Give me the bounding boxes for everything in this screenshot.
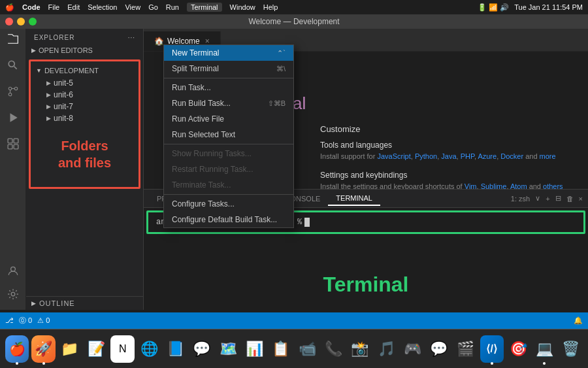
menu-run[interactable]: Run — [166, 3, 179, 11]
configure-default-label: Configure Default Build Task... — [172, 215, 277, 224]
panel-right-controls: 1: zsh ∨ + ⊟ 🗑 × — [511, 194, 583, 203]
svg-rect-9 — [14, 139, 18, 143]
dock-trash[interactable]: 🗑️ — [559, 335, 583, 363]
customize-keybindings-title: Settings and keybindings — [320, 171, 568, 180]
activity-source-control[interactable] — [5, 84, 21, 99]
split-terminal-label: Split Terminal — [172, 64, 219, 73]
dock-finder[interactable]: 🍎 — [5, 335, 29, 363]
mac-system-bar: 🍎 Code File Edit Selection View Go Run T… — [0, 0, 588, 14]
unit6-label: unit-6 — [54, 90, 73, 99]
menu-item-configure-tasks[interactable]: Configure Tasks... — [164, 196, 293, 212]
dock-maps[interactable]: 🗺️ — [216, 335, 240, 363]
title-bar: Welcome — Development — [0, 14, 588, 29]
dock-terminal[interactable]: 💻 — [532, 335, 556, 363]
split-terminal-shortcut: ⌘\ — [276, 65, 286, 73]
open-editors-section[interactable]: ▶ OPEN EDITORS — [26, 44, 143, 57]
split-terminal-icon[interactable]: ⊟ — [555, 194, 561, 203]
sidebar-item-unit5[interactable]: ▶ unit-5 — [31, 77, 139, 89]
menu-help[interactable]: Help — [263, 3, 278, 11]
activity-run[interactable] — [5, 110, 21, 125]
customize-tools-desc: Install support for JavaScript, Python, … — [320, 152, 568, 161]
status-bar: ⎇ ⓪ 0 ⚠ 0 🔔 — [0, 312, 588, 329]
outline-arrow: ▶ — [31, 300, 37, 307]
menu-window[interactable]: Window — [230, 3, 255, 11]
activity-extensions[interactable] — [5, 136, 21, 152]
development-label: DEVELOPMENT — [44, 67, 99, 75]
dock-excel[interactable]: 📊 — [242, 335, 266, 363]
menu-item-run-selected[interactable]: Run Selected Text — [164, 127, 293, 142]
errors-count[interactable]: ⓪ 0 — [19, 316, 32, 326]
activity-settings[interactable] — [5, 286, 21, 302]
menu-selection[interactable]: Selection — [88, 3, 117, 11]
separator-1 — [164, 78, 293, 78]
dock-notion[interactable]: N — [110, 335, 134, 363]
terminal-annotation-label: Terminal — [323, 273, 409, 297]
sidebar-menu-icon[interactable]: ··· — [128, 34, 135, 41]
dock-vscode[interactable]: ⟨/⟩ — [480, 335, 504, 363]
dock-chrome[interactable]: 🌐 — [137, 335, 161, 363]
configure-tasks-label: Configure Tasks... — [172, 199, 235, 209]
menu-go[interactable]: Go — [148, 3, 158, 11]
dock-files[interactable]: 📁 — [58, 335, 82, 363]
dock-notes[interactable]: 📝 — [84, 335, 108, 363]
dock-word[interactable]: 📘 — [163, 335, 187, 363]
run-build-label: Run Build Task... — [172, 99, 231, 108]
dock-launchpad[interactable]: 🚀 — [31, 335, 55, 363]
dock-music[interactable]: 🎵 — [374, 335, 398, 363]
activity-search[interactable] — [5, 58, 21, 73]
menu-item-new-terminal[interactable]: New Terminal ⌃` — [164, 45, 293, 61]
svg-point-3 — [14, 87, 18, 90]
menu-item-run-task[interactable]: Run Task... — [164, 80, 293, 95]
unit7-label: unit-7 — [54, 102, 73, 111]
dock: 🍎 🚀 📁 📝 N 🌐 📘 💬 🗺️ 📊 📋 📹 📞 📸 🎵 🎮 💬 🎬 ⟨/⟩… — [0, 329, 588, 368]
svg-point-2 — [8, 87, 12, 90]
close-panel-icon[interactable]: × — [579, 195, 583, 203]
activity-account[interactable] — [5, 263, 21, 278]
dock-loom[interactable]: 🎬 — [453, 335, 477, 363]
dock-powerpoint[interactable]: 📋 — [269, 335, 293, 363]
sidebar-item-unit6[interactable]: ▶ unit-6 — [31, 89, 139, 101]
trash-icon[interactable]: 🗑 — [566, 195, 574, 203]
sidebar-item-unit8[interactable]: ▶ unit-8 — [31, 112, 139, 124]
menu-item-split-terminal[interactable]: Split Terminal ⌘\ — [164, 61, 293, 76]
sidebar-item-unit7[interactable]: ▶ unit-7 — [31, 101, 139, 112]
menu-terminal[interactable]: Terminal — [187, 3, 222, 12]
menu-file[interactable]: File — [48, 3, 60, 11]
app-name[interactable]: Code — [22, 3, 41, 11]
status-bell[interactable]: 🔔 — [574, 316, 583, 325]
dock-steam[interactable]: 🎮 — [400, 335, 424, 363]
dock-discord[interactable]: 💬 — [427, 335, 451, 363]
menu-item-show-running: Show Running Tasks... — [164, 146, 293, 161]
svg-line-1 — [14, 67, 16, 69]
dock-unity[interactable]: 🎯 — [506, 335, 530, 363]
tab-terminal[interactable]: TERMINAL — [328, 192, 380, 206]
minimize-button[interactable] — [17, 18, 25, 25]
dropdown-arrow[interactable]: ∨ — [535, 194, 540, 203]
outline-section[interactable]: ▶ OUTLINE — [26, 296, 143, 310]
run-selected-label: Run Selected Text — [172, 130, 235, 139]
terminal-dropdown-menu: New Terminal ⌃` Split Terminal ⌘\ Run Ta… — [163, 44, 294, 228]
dock-zoom[interactable]: 📹 — [295, 335, 319, 363]
menu-view[interactable]: View — [125, 3, 140, 11]
dock-facetime[interactable]: 📞 — [321, 335, 345, 363]
menu-edit[interactable]: Edit — [67, 3, 80, 11]
menu-item-run-active[interactable]: Run Active File — [164, 111, 293, 127]
dock-photos[interactable]: 📸 — [348, 335, 372, 363]
customize-title: Customize — [320, 124, 568, 134]
activity-bar — [0, 29, 26, 310]
menu-item-run-build[interactable]: Run Build Task... ⇧⌘B — [164, 95, 293, 111]
warnings-count[interactable]: ⚠ 0 — [37, 316, 50, 325]
apple-icon[interactable]: 🍎 — [5, 3, 14, 12]
development-section[interactable]: ▼ DEVELOPMENT — [31, 64, 139, 77]
separator-3 — [164, 194, 293, 195]
menu-item-configure-default[interactable]: Configure Default Build Task... — [164, 212, 293, 227]
maximize-button[interactable] — [29, 18, 37, 25]
sidebar-header: EXPLORER ··· — [26, 29, 143, 44]
close-button[interactable] — [5, 18, 13, 25]
sysbar-time: Tue Jan 21 11:54 PM — [514, 3, 583, 11]
dock-slack[interactable]: 💬 — [190, 335, 214, 363]
welcome-right-col: Customize Tools and languages Install su… — [320, 124, 568, 189]
add-terminal-icon[interactable]: + — [546, 195, 549, 203]
menu-item-restart-running: Restart Running Task... — [164, 161, 293, 177]
activity-explorer[interactable] — [5, 31, 21, 47]
